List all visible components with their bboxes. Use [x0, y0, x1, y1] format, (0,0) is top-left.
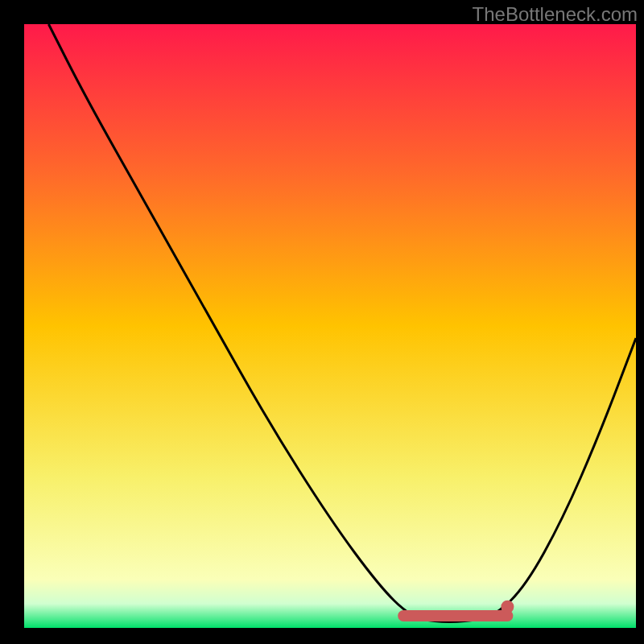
optimal-range-end-dot [501, 601, 514, 613]
chart-container: TheBottleneck.com [0, 0, 644, 644]
bottleneck-chart [0, 0, 644, 644]
watermark-text: TheBottleneck.com [473, 3, 638, 26]
plot-background [24, 24, 636, 628]
